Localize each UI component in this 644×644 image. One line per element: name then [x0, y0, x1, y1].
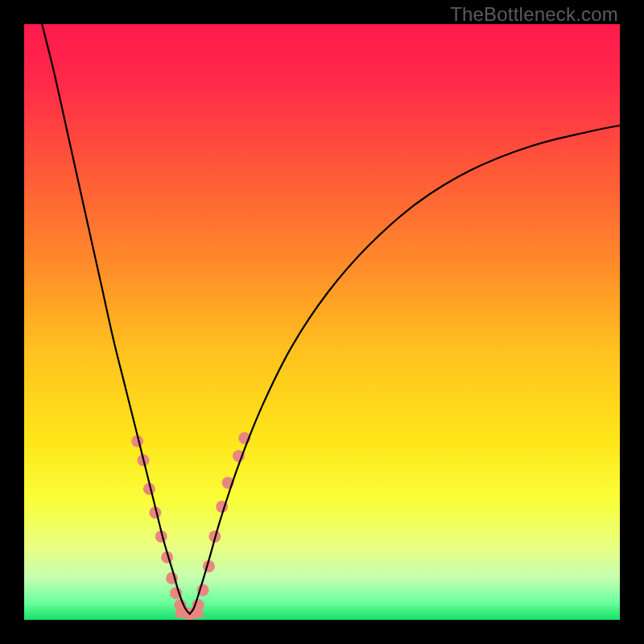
watermark-text: TheBottleneck.com [450, 3, 618, 26]
curve-layer [24, 24, 620, 620]
chart-frame: TheBottleneck.com [0, 0, 644, 644]
curve-right [190, 126, 620, 614]
plot-area [24, 24, 620, 620]
scatter-dots [131, 432, 250, 620]
curve-left [42, 24, 190, 614]
